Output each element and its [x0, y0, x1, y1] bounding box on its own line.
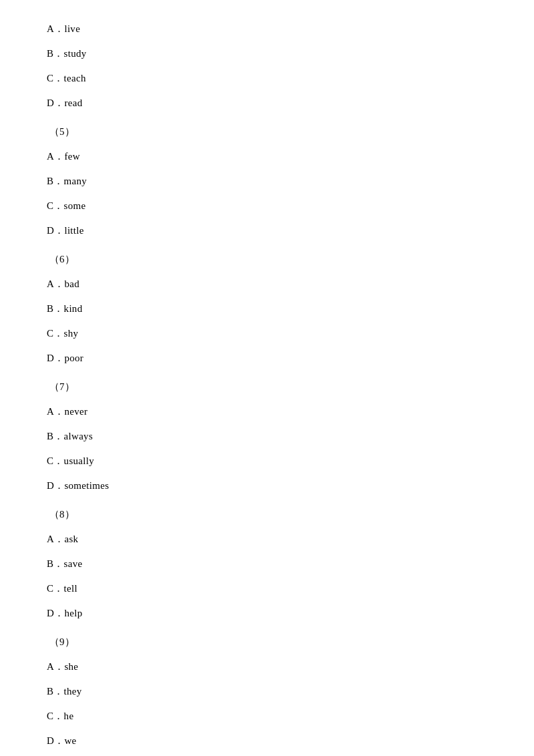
list-item: B．they: [47, 683, 487, 701]
list-item: A．never: [47, 403, 487, 421]
list-item: D．read: [47, 94, 487, 112]
list-item: C．he: [47, 707, 487, 725]
list-item: D．we: [47, 732, 487, 750]
list-item: A．she: [47, 658, 487, 676]
list-item: C．shy: [47, 325, 487, 343]
question-num-6: （6）: [47, 250, 487, 268]
list-item: B．save: [47, 555, 487, 573]
question-8: （8） A．ask B．save C．tell D．help: [47, 506, 487, 622]
list-item: C．tell: [47, 580, 487, 598]
question-num-8: （8）: [47, 506, 487, 524]
list-item: D．sometimes: [47, 477, 487, 495]
question-5: （5） A．few B．many C．some D．little: [47, 123, 487, 240]
list-item: D．poor: [47, 349, 487, 367]
question-num-7: （7）: [47, 378, 487, 396]
list-item: B．kind: [47, 300, 487, 318]
list-item: B．study: [47, 45, 487, 63]
list-item: C．usually: [47, 452, 487, 470]
question-7: （7） A．never B．always C．usually D．sometim…: [47, 378, 487, 495]
initial-options: A．live B．study C．teach D．read: [47, 20, 487, 112]
list-item: A．ask: [47, 530, 487, 548]
list-item: C．some: [47, 197, 487, 215]
question-num-5: （5）: [47, 123, 487, 141]
question-num-9: （9）: [47, 633, 487, 651]
list-item: B．many: [47, 172, 487, 190]
list-item: C．teach: [47, 69, 487, 87]
question-9: （9） A．she B．they C．he D．we: [47, 633, 487, 750]
question-6: （6） A．bad B．kind C．shy D．poor: [47, 250, 487, 367]
list-item: A．few: [47, 148, 487, 166]
list-item: D．little: [47, 222, 487, 240]
list-item: A．bad: [47, 275, 487, 293]
list-item: D．help: [47, 604, 487, 622]
list-item: B．always: [47, 427, 487, 445]
list-item: A．live: [47, 20, 487, 38]
main-content: A．live B．study C．teach D．read （5） A．few …: [0, 0, 534, 756]
